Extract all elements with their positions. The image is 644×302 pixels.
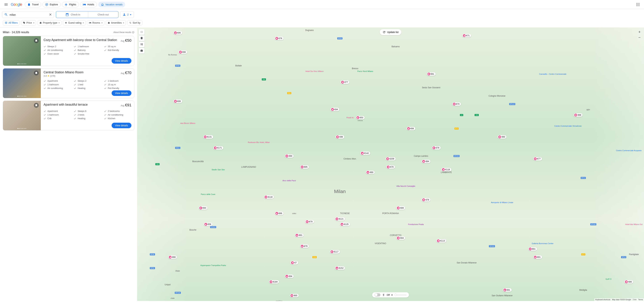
poi-label[interactable]: Arco della Pace	[282, 179, 296, 182]
poi-label[interactable]: aroldico	[276, 300, 282, 301]
terms-link[interactable]: Terms	[638, 299, 643, 300]
view-details-button[interactable]: View details	[112, 90, 132, 96]
price-marker[interactable]: €85	[300, 165, 309, 169]
keyboard-shortcuts-link[interactable]: Keyboard shortcuts	[596, 299, 610, 300]
destination-search[interactable]: ✕	[2, 11, 54, 18]
rooms-filter[interactable]: Rooms ▾	[87, 20, 104, 25]
listing-image[interactable]	[3, 69, 41, 98]
about-results-link[interactable]: About these results	[113, 31, 134, 34]
poi-label[interactable]: Galleria Borromea Center	[532, 242, 554, 244]
save-button[interactable]	[34, 71, 39, 75]
price-marker[interactable]: €90	[285, 154, 294, 158]
price-marker[interactable]: €77	[533, 157, 542, 161]
date-range-picker[interactable]: Check-in Check-out	[56, 11, 118, 18]
map-panel[interactable]: Update list + − Milan €85 €78 €71 €80 €7…	[137, 28, 644, 301]
listing-image[interactable]	[3, 36, 41, 66]
poi-label[interactable]: Aeroporto di Milano Linate	[491, 201, 513, 203]
price-marker[interactable]: €86	[274, 212, 284, 215]
price-marker[interactable]: €84	[330, 108, 339, 111]
price-marker[interactable]: €90	[498, 135, 506, 139]
guest-rating-filter[interactable]: Guest rating ▾	[63, 20, 86, 25]
guests-picker[interactable]: 2 ▾	[120, 11, 134, 18]
poi-label[interactable]: Centro Commerciale Vimodrone	[554, 125, 582, 127]
price-marker[interactable]: €81	[533, 255, 542, 259]
price-marker[interactable]: €117	[330, 250, 340, 253]
price-marker[interactable]: €7	[290, 261, 298, 264]
poi-label[interactable]: odec	[292, 212, 296, 214]
poi-label[interactable]: Parco delle Cave	[201, 193, 216, 195]
price-marker[interactable]: €121	[335, 217, 345, 221]
price-marker[interactable]: €81	[528, 247, 537, 251]
price-marker[interactable]: €79	[305, 220, 314, 223]
destination-input[interactable]	[8, 13, 49, 16]
poi-label[interactable]: Hotel ibis Milano Est	[625, 223, 642, 225]
price-marker[interactable]: €84	[422, 160, 430, 163]
price-marker[interactable]: €80	[624, 280, 633, 283]
price-marker[interactable]: €142	[360, 152, 370, 155]
google-logo[interactable]: Google	[11, 2, 22, 7]
price-marker[interactable]: €65	[290, 294, 299, 297]
checkout-field[interactable]: Check-out	[88, 11, 118, 18]
save-button[interactable]	[34, 103, 39, 108]
nav-hotels[interactable]: Hotels	[80, 2, 97, 7]
price-marker[interactable]: €171	[213, 146, 223, 150]
nav-travel[interactable]: Travel	[25, 2, 41, 7]
poi-label[interactable]: clale	[171, 297, 175, 299]
poi-label[interactable]: lfa Romeo	[168, 54, 177, 56]
nav-flights[interactable]: Flights	[62, 2, 79, 7]
price-marker[interactable]: €89	[173, 100, 182, 103]
price-marker[interactable]: €125	[340, 223, 350, 226]
time-slider[interactable]	[394, 295, 406, 295]
price-marker[interactable]: €70	[386, 165, 395, 169]
price-marker[interactable]: €81	[503, 288, 512, 292]
poi-label[interactable]: Stadio San Siro	[212, 169, 225, 171]
save-button[interactable]	[34, 38, 39, 43]
price-marker[interactable]: €78	[274, 37, 284, 40]
layers-control[interactable]: Off ▾	[372, 292, 409, 297]
poi-label[interactable]: Hyperspace Trampoline Parks	[200, 264, 226, 266]
price-marker[interactable]: €94	[285, 274, 294, 278]
poi-label[interactable]: Radisson Blu Hotel, Milan	[248, 141, 270, 143]
price-filter[interactable]: Price ▾	[21, 20, 36, 25]
layers-toggle[interactable]	[374, 293, 380, 296]
price-marker[interactable]: €89	[396, 206, 405, 210]
listing-card[interactable]: Central Station Milano Room 3.4 ★ (278) …	[3, 68, 134, 98]
price-marker[interactable]: €79	[422, 198, 430, 202]
price-marker[interactable]: €91	[295, 233, 304, 237]
google-apps-icon[interactable]	[635, 1, 641, 8]
price-marker[interactable]: €88	[574, 113, 582, 117]
poi-label[interactable]: Fondazione Prada	[408, 223, 424, 225]
price-marker[interactable]: €209	[386, 157, 396, 161]
poi-label[interactable]: Parco Nord Milano	[357, 70, 373, 72]
price-marker[interactable]: €80	[168, 255, 177, 259]
price-marker[interactable]: €68	[406, 127, 415, 130]
property-type-filter[interactable]: Property type ▾	[38, 20, 62, 25]
nav-vacation-rentals[interactable]: Vacation rentals	[98, 2, 125, 7]
poi-label[interactable]: Golf Cl	[606, 278, 612, 280]
price-marker[interactable]: €164	[269, 280, 279, 283]
price-marker[interactable]: €93	[198, 206, 208, 210]
clear-icon[interactable]: ✕	[49, 13, 52, 17]
price-marker[interactable]: €71	[462, 34, 471, 37]
price-marker[interactable]: €81	[427, 72, 436, 76]
all-filters-button[interactable]: All filters	[3, 20, 20, 25]
price-marker[interactable]: €50	[356, 116, 364, 119]
menu-icon[interactable]	[3, 2, 9, 7]
price-marker[interactable]: €79	[300, 244, 309, 248]
poi-label[interactable]: iata Bloom Milano	[180, 122, 195, 124]
price-marker[interactable]: €118	[264, 195, 274, 199]
nav-explore[interactable]: Explore	[42, 2, 60, 7]
poi-label[interactable]: Villa Necchi Campiglio	[396, 185, 415, 187]
poi-label[interactable]: Hotel Da Vinci Milano	[306, 70, 324, 72]
poi-label[interactable]: Pirelli Hi	[346, 117, 354, 119]
listing-card[interactable]: Apartment with beautiful terrace Avg €91…	[3, 101, 134, 131]
view-details-button[interactable]: View details	[112, 58, 132, 64]
price-marker[interactable]: €80	[178, 50, 187, 54]
price-marker[interactable]: €99	[335, 135, 344, 139]
price-marker[interactable]: €70	[452, 102, 461, 106]
price-marker[interactable]: €152	[335, 266, 345, 270]
listing-image[interactable]	[3, 101, 41, 130]
poi-label[interactable]: Carosello - Centro Commerciale	[539, 73, 566, 75]
price-marker[interactable]: €131	[203, 135, 213, 139]
poi-label[interactable]: cocca	[358, 119, 362, 121]
